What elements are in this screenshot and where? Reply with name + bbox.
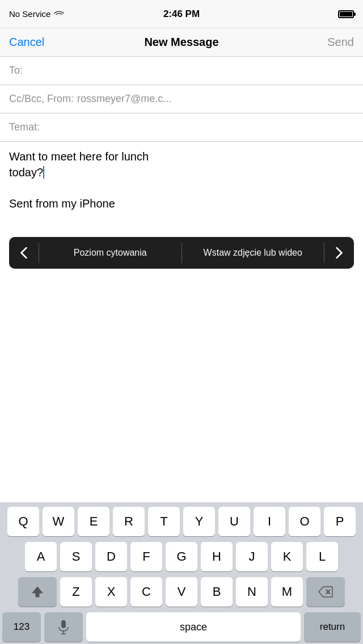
key-space[interactable]: space bbox=[86, 612, 301, 642]
status-right bbox=[338, 10, 354, 18]
to-input[interactable] bbox=[25, 65, 354, 77]
key-e[interactable]: E bbox=[78, 507, 109, 536]
subject-input[interactable] bbox=[42, 121, 354, 133]
key-r[interactable]: R bbox=[113, 507, 145, 536]
tooltip-items: Poziom cytowania Wstaw zdjęcie lub wideo bbox=[39, 243, 324, 263]
key-z[interactable]: Z bbox=[60, 577, 92, 607]
cc-email: rossmeyer7@me.c... bbox=[77, 93, 171, 105]
key-f[interactable]: F bbox=[130, 542, 162, 571]
key-return-label: return bbox=[320, 621, 345, 633]
key-s[interactable]: S bbox=[60, 542, 92, 571]
tooltip-bar: Poziom cytowania Wstaw zdjęcie lub wideo bbox=[9, 237, 354, 269]
key-return[interactable]: return bbox=[304, 612, 361, 642]
wifi-icon bbox=[54, 9, 64, 19]
to-field-row[interactable]: To: bbox=[0, 57, 363, 85]
key-l[interactable]: L bbox=[306, 542, 338, 571]
key-microphone[interactable] bbox=[44, 612, 83, 642]
cc-field-row[interactable]: Cc/Bcc, From: rossmeyer7@me.c... bbox=[0, 85, 363, 113]
keyboard-row-1: Q W E R T Y U I O P bbox=[2, 507, 361, 536]
status-time: 2:46 PM bbox=[163, 9, 200, 20]
key-h[interactable]: H bbox=[201, 542, 233, 571]
key-n[interactable]: N bbox=[236, 577, 268, 607]
key-y[interactable]: Y bbox=[183, 507, 215, 536]
key-c[interactable]: C bbox=[130, 577, 162, 607]
nav-title: New Message bbox=[144, 36, 218, 49]
body-line2: today? bbox=[9, 166, 43, 179]
text-cursor bbox=[43, 166, 44, 179]
cancel-button[interactable]: Cancel bbox=[9, 36, 44, 49]
tooltip-left-arrow[interactable] bbox=[9, 237, 39, 269]
signal-text: No Service bbox=[9, 9, 50, 19]
key-o[interactable]: O bbox=[289, 507, 320, 536]
key-shift[interactable] bbox=[18, 577, 57, 607]
status-bar: No Service 2:46 PM bbox=[0, 0, 363, 28]
key-numbers-label: 123 bbox=[14, 621, 29, 633]
email-body[interactable]: Want to meet here for lunch today? Sent … bbox=[0, 142, 363, 244]
body-text: Want to meet here for lunch today? bbox=[9, 149, 354, 180]
body-line1: Want to meet here for lunch bbox=[9, 150, 149, 163]
key-w[interactable]: W bbox=[43, 507, 74, 536]
tooltip-item-1[interactable]: Poziom cytowania bbox=[39, 247, 182, 258]
key-b[interactable]: B bbox=[201, 577, 233, 607]
key-x[interactable]: X bbox=[95, 577, 127, 607]
key-m[interactable]: M bbox=[271, 577, 303, 607]
email-fields: To: Cc/Bcc, From: rossmeyer7@me.c... Tem… bbox=[0, 57, 363, 142]
key-u[interactable]: U bbox=[218, 507, 250, 536]
subject-label: Temat: bbox=[9, 121, 40, 133]
to-label: To: bbox=[9, 65, 23, 77]
key-delete[interactable] bbox=[306, 577, 345, 607]
keyboard-row-2: A S D F G H J K L bbox=[2, 542, 361, 571]
keyboard-bottom-row: 123 space return bbox=[2, 612, 361, 642]
status-left: No Service bbox=[9, 9, 64, 19]
subject-field-row[interactable]: Temat: bbox=[0, 113, 363, 142]
keyboard-row-3: Z X C V B N M bbox=[2, 577, 361, 607]
send-button[interactable]: Send bbox=[327, 36, 354, 49]
key-i[interactable]: I bbox=[254, 507, 285, 536]
svg-marker-0 bbox=[32, 587, 43, 597]
keyboard: Q W E R T Y U I O P A S D F G H J K L Z … bbox=[0, 502, 363, 644]
key-g[interactable]: G bbox=[166, 542, 197, 571]
key-a[interactable]: A bbox=[25, 542, 57, 571]
svg-rect-3 bbox=[61, 620, 66, 628]
cc-label: Cc/Bcc, From: bbox=[9, 93, 74, 105]
signature: Sent from my iPhone bbox=[9, 197, 354, 210]
key-q[interactable]: Q bbox=[7, 507, 39, 536]
nav-bar: Cancel New Message Send bbox=[0, 28, 363, 57]
tooltip-item-2[interactable]: Wstaw zdjęcie lub wideo bbox=[182, 247, 324, 258]
battery-icon bbox=[338, 10, 354, 18]
key-p[interactable]: P bbox=[324, 507, 356, 536]
key-t[interactable]: T bbox=[148, 507, 180, 536]
key-v[interactable]: V bbox=[166, 577, 197, 607]
key-j[interactable]: J bbox=[236, 542, 268, 571]
key-space-label: space bbox=[180, 621, 207, 633]
tooltip-right-arrow[interactable] bbox=[324, 237, 354, 269]
key-d[interactable]: D bbox=[95, 542, 127, 571]
key-numbers[interactable]: 123 bbox=[2, 612, 41, 642]
key-k[interactable]: K bbox=[271, 542, 303, 571]
